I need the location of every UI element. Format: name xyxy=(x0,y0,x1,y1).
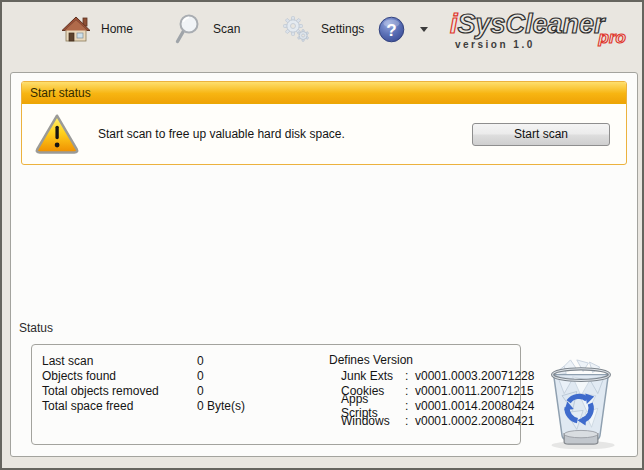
home-label: Home xyxy=(101,22,133,36)
settings-button[interactable]: Settings xyxy=(280,11,364,47)
defines-separator: : xyxy=(405,399,415,413)
defines-row-junk-exts: Junk Exts : v0001.0003.20071228 xyxy=(329,368,534,383)
brand-pro-badge: pro xyxy=(599,24,626,52)
defines-row-label: Windows xyxy=(341,414,405,428)
chevron-down-icon[interactable] xyxy=(420,27,428,32)
defines-row-value: v0001.0011.20071215 xyxy=(415,384,534,398)
help-button[interactable]: ? xyxy=(378,11,428,47)
recycle-bin-graphic xyxy=(541,353,621,451)
status-row-label: Total objects removed xyxy=(42,384,197,398)
home-icon xyxy=(60,14,92,44)
defines-row-apps-scripts: Apps Scripts : v0001.0014.20080424 xyxy=(329,398,534,413)
brand-first-letter: i xyxy=(450,9,458,39)
warning-icon xyxy=(34,113,80,155)
status-row-label: Objects found xyxy=(42,369,197,383)
start-status-message: Start scan to free up valuable hard disk… xyxy=(98,127,345,141)
defines-separator: : xyxy=(405,384,415,398)
status-row-value: 0 xyxy=(197,384,204,398)
status-row-value: 0 Byte(s) xyxy=(197,399,245,413)
defines-row-label: Junk Exts xyxy=(341,369,405,383)
brand-rest: SysCleaner xyxy=(458,9,605,39)
scan-icon xyxy=(174,13,204,45)
status-section-label: Status xyxy=(19,321,53,335)
status-row-space-freed: Total space freed 0 Byte(s) xyxy=(42,398,245,413)
status-row-objects-found: Objects found 0 xyxy=(42,368,245,383)
defines-separator: : xyxy=(405,414,415,428)
status-row-objects-removed: Total objects removed 0 xyxy=(42,383,245,398)
settings-label: Settings xyxy=(321,22,364,36)
status-box: Last scan 0 Objects found 0 Total object… xyxy=(31,344,521,445)
start-scan-button[interactable]: Start scan xyxy=(472,123,610,146)
svg-text:?: ? xyxy=(386,20,396,39)
status-row-label: Last scan xyxy=(42,354,197,368)
status-row-value: 0 xyxy=(197,369,204,383)
start-status-body: Start scan to free up valuable hard disk… xyxy=(22,104,626,164)
help-icon: ? xyxy=(378,16,405,43)
status-row-value: 0 xyxy=(197,354,204,368)
main-panel: Start status xyxy=(10,72,638,457)
start-status-header: Start status xyxy=(22,82,626,104)
defines-row-value: v0001.0002.20080421 xyxy=(415,414,534,428)
defines-separator: : xyxy=(405,369,415,383)
app-window: Home Scan xyxy=(0,0,644,470)
defines-version-column: Defines Version Junk Exts : v0001.0003.2… xyxy=(329,353,534,428)
scan-label: Scan xyxy=(213,22,240,36)
status-row-last-scan: Last scan 0 xyxy=(42,353,245,368)
home-button[interactable]: Home xyxy=(60,11,133,47)
defines-version-title: Defines Version xyxy=(329,353,534,368)
app-logo: iSysCleaner pro version 1.0 xyxy=(450,10,632,58)
brand-title: iSysCleaner pro xyxy=(450,10,632,38)
defines-row-windows: Windows : v0001.0002.20080421 xyxy=(329,413,534,428)
scan-button[interactable]: Scan xyxy=(174,11,240,47)
settings-icon xyxy=(280,14,312,44)
status-summary-column: Last scan 0 Objects found 0 Total object… xyxy=(42,353,245,413)
defines-row-value: v0001.0003.20071228 xyxy=(415,369,534,383)
recycle-bin-icon xyxy=(541,353,621,451)
defines-row-value: v0001.0014.20080424 xyxy=(415,399,534,413)
status-row-label: Total space freed xyxy=(42,399,197,413)
start-status-group: Start status xyxy=(21,81,627,165)
